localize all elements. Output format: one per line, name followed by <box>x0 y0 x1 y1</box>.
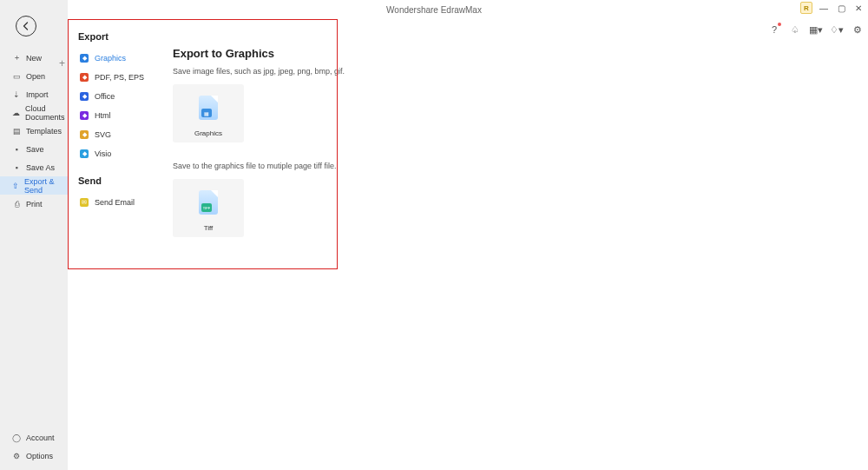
office-icon: ◆ <box>80 92 89 101</box>
export-panel: Export ◆Graphics ◆PDF, PS, EPS ◆Office ◆… <box>68 19 155 269</box>
tiff-file-icon: TIFF <box>194 186 223 219</box>
maximize-button[interactable]: ▢ <box>835 2 847 14</box>
bell-icon[interactable]: ♤ <box>788 23 802 36</box>
menu-save-as[interactable]: ▪Save As <box>0 158 68 176</box>
pdf-icon: ◆ <box>80 73 89 82</box>
new-tab-plus[interactable]: + <box>59 57 65 70</box>
plus-icon: ＋ <box>12 54 21 63</box>
content-desc-2: Save to the graphics file to mutiple pag… <box>173 162 659 170</box>
toolbar-right: ? ♤ ▦▾ ♢▾ ⚙ <box>767 23 865 36</box>
gear-icon: ⚙ <box>12 452 21 460</box>
file-sidebar: ＋New ▭Open ⇣Import ☁Cloud Documents ▤Tem… <box>0 0 68 470</box>
save-icon: ▪ <box>12 145 21 154</box>
menu-export-send[interactable]: ⇧Export & Send <box>0 176 68 195</box>
file-sidebar-bottom: ◯Account ⚙Options <box>0 428 68 465</box>
content-desc-1: Save image files, such as jpg, jpeg, png… <box>173 67 659 76</box>
titlebar: Wondershare EdrawMax R ― ▢ ✕ <box>0 0 868 19</box>
arrow-left-icon <box>21 21 31 31</box>
menu-print[interactable]: ⎙Print <box>0 195 68 213</box>
graphics-icon: ◆ <box>80 54 89 63</box>
menu-options[interactable]: ⚙Options <box>0 447 68 465</box>
send-item-email[interactable]: ✉Send Email <box>78 193 152 212</box>
content-title: Export to Graphics <box>173 47 659 60</box>
card-tiff[interactable]: TIFF Tiff <box>173 179 244 237</box>
graphics-file-icon: ▦ <box>194 91 223 124</box>
settings-icon[interactable]: ⚙ <box>851 23 865 36</box>
import-icon: ⇣ <box>12 90 21 99</box>
window-controls: R ― ▢ ✕ <box>800 2 865 14</box>
menu-open[interactable]: ▭Open <box>0 67 68 85</box>
menu-account[interactable]: ◯Account <box>0 428 68 447</box>
help-icon[interactable]: ? <box>767 23 781 36</box>
email-icon: ✉ <box>80 198 89 207</box>
account-icon: ◯ <box>12 434 21 442</box>
export-item-html[interactable]: ◆Html <box>78 106 152 125</box>
menu-new[interactable]: ＋New <box>0 49 68 67</box>
export-item-pdf[interactable]: ◆PDF, PS, EPS <box>78 68 152 87</box>
export-icon: ⇧ <box>12 182 19 190</box>
export-content: Export to Graphics Save image files, suc… <box>155 19 676 284</box>
html-icon: ◆ <box>80 111 89 120</box>
folder-icon: ▭ <box>12 72 21 81</box>
apps-icon[interactable]: ▦▾ <box>809 23 823 36</box>
export-item-visio[interactable]: ◆Visio <box>78 144 152 163</box>
templates-icon: ▤ <box>12 127 21 136</box>
menu-save[interactable]: ▪Save <box>0 140 68 158</box>
export-item-graphics[interactable]: ◆Graphics <box>78 49 152 68</box>
print-icon: ⎙ <box>12 200 21 209</box>
export-item-svg[interactable]: ◆SVG <box>78 125 152 144</box>
cloud-icon: ☁ <box>12 109 20 117</box>
menu-templates[interactable]: ▤Templates <box>0 122 68 140</box>
card-graphics[interactable]: ▦ Graphics <box>173 84 244 142</box>
visio-icon: ◆ <box>80 149 89 158</box>
saveas-icon: ▪ <box>12 163 21 172</box>
close-button[interactable]: ✕ <box>852 2 865 14</box>
export-item-office[interactable]: ◆Office <box>78 87 152 106</box>
export-heading: Export <box>78 31 152 42</box>
menu-cloud-documents[interactable]: ☁Cloud Documents <box>0 103 68 122</box>
minimize-button[interactable]: ― <box>818 2 830 14</box>
filter-icon[interactable]: ♢▾ <box>830 23 844 36</box>
menu-import[interactable]: ⇣Import <box>0 85 68 103</box>
svg-icon: ◆ <box>80 130 89 139</box>
app-title: Wondershare EdrawMax <box>386 5 482 15</box>
user-badge[interactable]: R <box>800 2 812 14</box>
send-heading: Send <box>78 175 152 186</box>
